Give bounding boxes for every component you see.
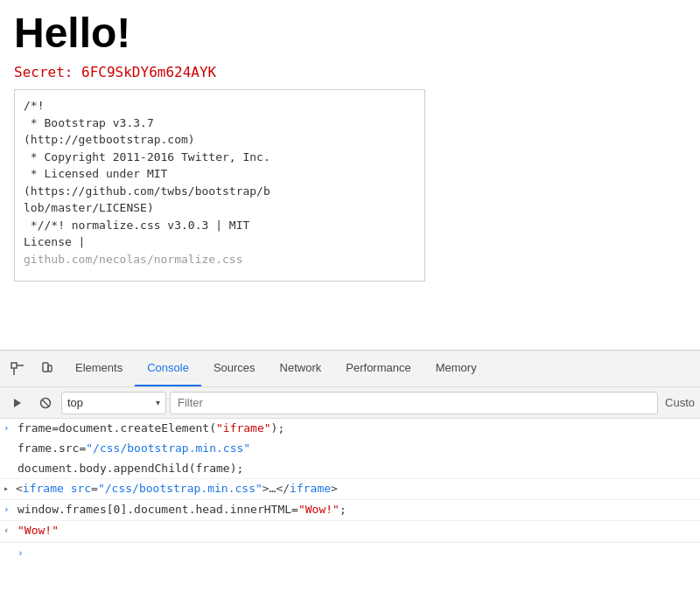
mobile-icon bbox=[40, 362, 54, 376]
run-icon bbox=[11, 397, 24, 409]
svg-line-7 bbox=[42, 400, 49, 407]
console-text-1a: frame=document.createElement("iframe"); bbox=[18, 420, 693, 438]
run-btn[interactable] bbox=[5, 391, 30, 415]
expand-arrow-icon[interactable]: ▸ bbox=[4, 480, 16, 496]
custom-label: Custo bbox=[665, 396, 695, 409]
console-row-1b: frame.src="/css/bootstrap.min.css" bbox=[0, 439, 700, 459]
console-row-iframe: ▸ <iframe src="/css/bootstrap.min.css">…… bbox=[0, 479, 700, 499]
console-block-window: › window.frames[0].document.head.innerHT… bbox=[0, 500, 700, 521]
top-dropdown-value: top bbox=[67, 396, 83, 409]
secret-value: 6FC9SkDY6m624AYK bbox=[81, 64, 216, 80]
chevron-down-icon: ▾ bbox=[156, 398, 160, 407]
console-prompt-icon: › bbox=[18, 546, 32, 559]
devtools-tabs-row: Elements Console Sources Network Perform… bbox=[0, 351, 700, 387]
tab-performance[interactable]: Performance bbox=[333, 351, 423, 386]
console-text-window: window.frames[0].document.head.innerHTML… bbox=[18, 501, 693, 519]
console-output[interactable]: › frame=document.createElement("iframe")… bbox=[0, 419, 700, 598]
block-icon bbox=[39, 397, 52, 409]
svg-rect-4 bbox=[48, 365, 52, 372]
console-arrow-right-2: › bbox=[4, 501, 18, 518]
secret-line: Secret: 6FC9SkDY6m624AYK bbox=[14, 64, 686, 80]
code-content: /*! * Bootstrap v3.3.7 (http://getbootst… bbox=[24, 97, 416, 268]
tab-sources[interactable]: Sources bbox=[201, 351, 268, 386]
console-cursor-line[interactable]: › bbox=[0, 542, 700, 562]
console-arrow-left: ‹ bbox=[4, 522, 18, 539]
svg-rect-0 bbox=[11, 363, 17, 368]
devtools-panel: Elements Console Sources Network Perform… bbox=[0, 350, 700, 598]
svg-rect-3 bbox=[43, 363, 48, 372]
console-indent-1b bbox=[4, 440, 18, 441]
console-text-wow: "Wow!" bbox=[18, 522, 693, 540]
devtools-tabs: Elements Console Sources Network Perform… bbox=[63, 351, 489, 386]
mobile-icon-btn[interactable] bbox=[33, 355, 61, 383]
console-block-1: › frame=document.createElement("iframe")… bbox=[0, 419, 700, 479]
secret-label: Secret: bbox=[14, 64, 81, 80]
tab-network[interactable]: Network bbox=[268, 351, 334, 386]
console-toolbar: top ▾ Custo bbox=[0, 387, 700, 419]
console-row-1c: document.body.appendChild(frame); bbox=[0, 459, 700, 479]
console-block-iframe: ▸ <iframe src="/css/bootstrap.min.css">…… bbox=[0, 479, 700, 500]
tab-elements[interactable]: Elements bbox=[63, 351, 135, 386]
iframe-src-link[interactable]: /css/bootstrap.min.css bbox=[105, 482, 256, 495]
tab-console[interactable]: Console bbox=[135, 351, 201, 386]
inspect-icon-btn[interactable] bbox=[4, 355, 32, 383]
filter-input[interactable] bbox=[170, 392, 658, 414]
code-box: /*! * Bootstrap v3.3.7 (http://getbootst… bbox=[14, 89, 425, 282]
page-content: Hello! Secret: 6FC9SkDY6m624AYK /*! * Bo… bbox=[0, 0, 700, 350]
console-indent-1c bbox=[4, 460, 18, 461]
svg-marker-5 bbox=[14, 399, 21, 407]
console-row-wow: ‹ "Wow!" bbox=[0, 521, 700, 541]
console-row-1a: › frame=document.createElement("iframe")… bbox=[0, 419, 700, 439]
console-row-window: › window.frames[0].document.head.innerHT… bbox=[0, 500, 700, 520]
console-arrow-right-1: › bbox=[4, 420, 18, 436]
console-text-1b: frame.src="/css/bootstrap.min.css" bbox=[18, 440, 693, 458]
console-text-1c: document.body.appendChild(frame); bbox=[18, 460, 693, 478]
top-dropdown[interactable]: top ▾ bbox=[61, 392, 166, 414]
inspect-icon bbox=[10, 362, 24, 376]
page-title: Hello! bbox=[14, 9, 686, 57]
console-text-iframe: <iframe src="/css/bootstrap.min.css">…</… bbox=[16, 480, 693, 498]
block-btn[interactable] bbox=[33, 391, 58, 415]
tab-memory[interactable]: Memory bbox=[424, 351, 489, 386]
console-block-wow: ‹ "Wow!" bbox=[0, 521, 700, 542]
